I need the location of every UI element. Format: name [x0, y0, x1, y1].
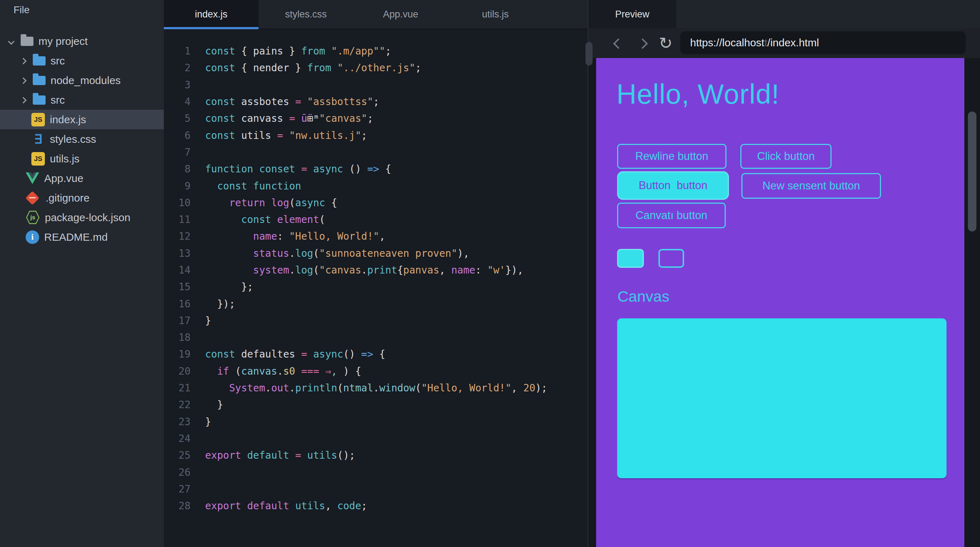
line-number: 2 — [164, 62, 191, 74]
preview-tab-label: Preview — [615, 9, 649, 20]
code-text: }); — [191, 298, 235, 310]
line-number: 3 — [164, 79, 191, 91]
line-number: 7 — [164, 146, 191, 158]
code-line: 20 if (canvas.s0 === ⇒, ) { — [164, 363, 587, 380]
sidebar-item-readme-md[interactable]: iREADME.md — [0, 227, 164, 247]
forward-icon[interactable] — [638, 38, 647, 48]
vue-icon — [25, 172, 39, 184]
file-label: package-lock.json — [45, 211, 130, 224]
preview-page: Hello, World! Rewline buttonClick button… — [596, 58, 964, 547]
back-icon[interactable] — [613, 38, 622, 48]
line-number: 12 — [164, 231, 191, 242]
sidebar-item-utils-js[interactable]: JSutils.js — [0, 149, 164, 169]
file-menu[interactable]: File — [14, 4, 30, 16]
code-text: export default utils, code; — [191, 500, 367, 512]
js-file-icon: JS — [31, 152, 45, 165]
code-line: 10 return log(async { — [164, 194, 587, 211]
code-text: }; — [191, 281, 253, 293]
reload-icon[interactable]: ↻ — [659, 33, 673, 53]
code-text: if (canvas.s0 === ⇒, ) { — [191, 366, 361, 377]
code-text: } — [191, 399, 223, 410]
folder-icon — [33, 56, 46, 65]
line-number: 25 — [164, 449, 191, 461]
code-line: 14 system.log("canvas.print{panvas, name… — [164, 262, 587, 278]
sidebar-item-src[interactable]: src — [0, 51, 164, 70]
code-line: 15 }; — [164, 278, 587, 295]
sidebar-item-styles-css[interactable]: ∃styles.css — [0, 129, 164, 149]
code-line: 25export default = utils(); — [164, 447, 587, 464]
code-line: 3 — [164, 76, 587, 93]
checkbox-unchecked[interactable] — [659, 249, 684, 268]
tab-preview[interactable]: Preview — [588, 0, 676, 29]
sidebar-item-node-modules[interactable]: node_modules — [0, 70, 164, 90]
sidebar-item-app-vue[interactable]: App.vue — [0, 169, 164, 188]
folder-icon — [21, 37, 33, 46]
line-number: 22 — [164, 399, 191, 410]
file-label: styles.css — [50, 133, 96, 145]
file-tree: my projectsrcnode_modulessrcJSindex.js∃s… — [0, 31, 164, 247]
preview-tab-bar: Preview — [588, 0, 980, 29]
code-text: const { pains } from ".m/app""; — [191, 45, 391, 57]
url-bar[interactable]: https://localhostt/index.html — [680, 31, 966, 54]
preview-toolbar: ↻ https://localhostt/index.html — [588, 29, 980, 58]
line-number: 11 — [164, 214, 191, 226]
sidebar-item-src[interactable]: src — [0, 90, 164, 110]
sidebar-item-package-lock-json[interactable]: jspackage-lock.json — [0, 208, 164, 227]
code-line: 16 }); — [164, 295, 587, 312]
git-icon — [25, 192, 41, 204]
tab-App-vue[interactable]: App.vue — [353, 0, 448, 29]
url-text-path: /index.html — [767, 37, 819, 49]
file-label: my project — [38, 35, 88, 48]
code-text: const assbotes = "assbottss"; — [191, 96, 379, 108]
url-text-faint: t — [764, 37, 767, 49]
code-line: 28export default utils, code; — [164, 498, 587, 514]
sidebar-item-my-project[interactable]: my project — [0, 31, 164, 51]
tab-styles-css[interactable]: styles.css — [259, 0, 353, 29]
code-text: System.out.println(ntmal.window("Hello, … — [191, 382, 547, 394]
folder-icon — [33, 95, 46, 105]
canvas-element[interactable] — [617, 318, 947, 478]
canvatı-button[interactable]: Canvatı button — [617, 203, 726, 228]
checkbox-checked[interactable] — [617, 249, 644, 268]
code-line: 4const assbotes = "assbottss"; — [164, 93, 587, 110]
code-editor[interactable]: 1const { pains } from ".m/app"";2const {… — [164, 29, 587, 547]
line-number: 17 — [164, 315, 191, 326]
new-sensent-button[interactable]: New sensent button — [741, 173, 881, 199]
code-line: 9 const function — [164, 177, 587, 194]
line-number: 5 — [164, 113, 191, 124]
code-text: const utils = "nw.utils.j"; — [191, 130, 367, 142]
code-line: 12 name: "Hello, World!", — [164, 228, 587, 245]
sidebar-item-index-js[interactable]: JSindex.js — [0, 110, 164, 129]
line-number: 15 — [164, 281, 191, 293]
preview-scrollbar-thumb[interactable] — [968, 111, 977, 232]
code-line: 26 — [164, 464, 587, 480]
editor-scrollbar-thumb[interactable] — [585, 42, 593, 65]
chevron-down-icon — [8, 39, 14, 44]
line-number: 21 — [164, 382, 191, 394]
code-line: 23} — [164, 413, 587, 430]
line-number: 16 — [164, 298, 191, 310]
button-button[interactable]: Button button — [617, 171, 729, 200]
editor-pane: index.jsstyles.cssApp.vueutils.js 1const… — [164, 0, 587, 547]
line-number: 1 — [164, 45, 191, 57]
js-file-icon: JS — [31, 113, 45, 126]
editor-tab-bar: index.jsstyles.cssApp.vueutils.js — [164, 0, 587, 29]
chevron-right-icon — [21, 59, 25, 64]
css-file-icon: ∃ — [31, 132, 45, 146]
url-text: https://localhost — [690, 37, 764, 49]
line-number: 9 — [164, 180, 191, 192]
line-number: 18 — [164, 332, 191, 343]
code-text: export default = utils(); — [191, 449, 355, 461]
tab-index-js[interactable]: index.js — [164, 0, 259, 29]
code-line: 8function conset = async () => { — [164, 161, 587, 177]
file-label: index.js — [50, 114, 86, 126]
code-line: 22 } — [164, 396, 587, 413]
sidebar-item--gitignore[interactable]: .gitignore — [0, 188, 164, 208]
preview-pane: Preview ↻ https://localhostt/index.html … — [587, 0, 980, 547]
tab-utils-js[interactable]: utils.js — [448, 0, 543, 29]
line-number: 19 — [164, 348, 191, 360]
click-button[interactable]: Click button — [740, 144, 832, 169]
rewline-button[interactable]: Rewline button — [617, 144, 727, 169]
line-number: 27 — [164, 483, 191, 495]
code-text: return log(async { — [191, 197, 337, 209]
